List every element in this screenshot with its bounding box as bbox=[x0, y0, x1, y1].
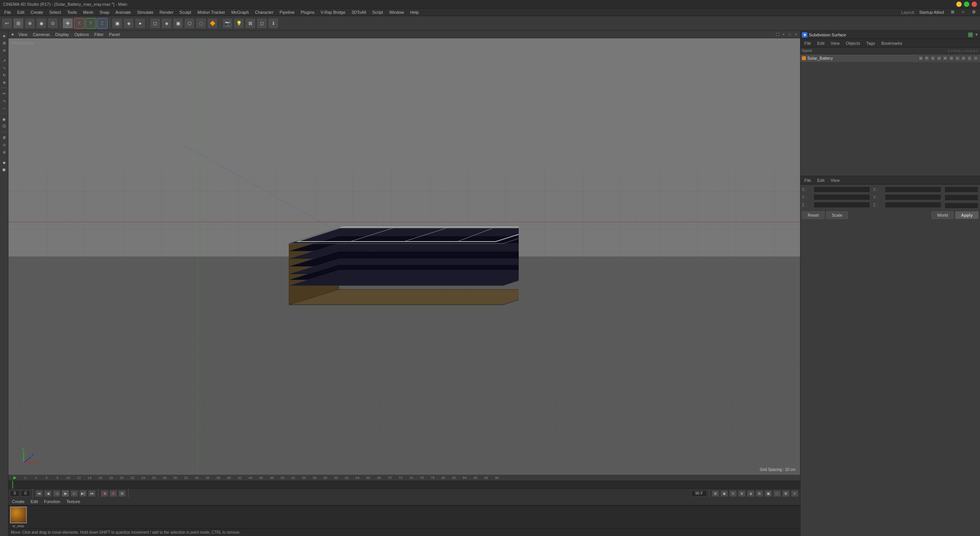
tl-icon10[interactable]: ≡ bbox=[791, 490, 799, 497]
menu-motion-tracker[interactable]: Motion Tracker bbox=[194, 9, 228, 15]
obj-icon-d[interactable]: D bbox=[961, 56, 966, 61]
mat-menu-texture[interactable]: Texture bbox=[64, 498, 82, 505]
go-to-start-button[interactable]: ⏮ bbox=[35, 490, 43, 497]
tl-icon6[interactable]: ⊛ bbox=[756, 490, 763, 497]
attr-y2-input[interactable] bbox=[885, 194, 941, 200]
move-tool[interactable]: ✛ bbox=[62, 18, 73, 29]
left-tool-texture[interactable]: ⊙ bbox=[1, 141, 8, 148]
vp-menu-panel[interactable]: Panel bbox=[107, 31, 122, 38]
left-tool-uv[interactable]: ⊛ bbox=[1, 149, 8, 155]
attr-z2-input[interactable] bbox=[885, 202, 941, 208]
layout-grid-icon[interactable]: ⊞ bbox=[948, 9, 957, 15]
key-all-button[interactable]: ⊞ bbox=[118, 490, 126, 497]
tl-icon5[interactable]: ◈ bbox=[747, 490, 755, 497]
apply-button[interactable]: Apply bbox=[955, 211, 978, 219]
viewport-shading-2[interactable]: ◈ bbox=[161, 18, 172, 29]
left-tool-spline[interactable]: ⌓ bbox=[1, 105, 8, 111]
menu-script[interactable]: Script bbox=[369, 9, 385, 15]
vp-menu-view[interactable]: View bbox=[16, 31, 30, 38]
attr-y-input[interactable] bbox=[813, 194, 870, 200]
record-button[interactable]: ● bbox=[135, 18, 145, 29]
obj-icon-x[interactable]: X bbox=[973, 56, 978, 61]
left-tool-pen[interactable]: ✏ bbox=[1, 90, 8, 97]
left-tool-3[interactable]: ≋ bbox=[1, 47, 8, 54]
scale-button[interactable]: Scale bbox=[826, 211, 848, 219]
left-tool-1[interactable]: ◈ bbox=[1, 32, 8, 39]
obj-tab-bookmarks[interactable]: Bookmarks bbox=[879, 40, 905, 46]
vp-lock-icon[interactable]: ■ bbox=[10, 32, 15, 37]
object-mode-button[interactable]: ⊞ bbox=[13, 18, 24, 29]
left-tool-4[interactable]: ↗ bbox=[1, 57, 8, 64]
viewport-shading-5[interactable]: ◌ bbox=[196, 18, 206, 29]
light-button[interactable]: 💡 bbox=[234, 18, 244, 29]
menu-tools[interactable]: Tools bbox=[64, 9, 80, 15]
menu-render[interactable]: Render bbox=[157, 9, 176, 15]
reset-button[interactable]: Reset bbox=[802, 211, 825, 219]
layout-star-icon[interactable]: ☆ bbox=[959, 9, 968, 15]
obj-icon-s[interactable]: ⊞ bbox=[918, 56, 923, 61]
camera-button[interactable]: 📷 bbox=[222, 18, 233, 29]
y-axis-button[interactable]: Y bbox=[85, 18, 96, 29]
menu-window[interactable]: Window bbox=[386, 9, 407, 15]
vp-maximize-icon[interactable]: □ bbox=[787, 32, 792, 37]
menu-file[interactable]: File bbox=[2, 9, 14, 15]
vp-expand-icon[interactable]: ⛶ bbox=[775, 32, 780, 37]
current-frame-input[interactable] bbox=[21, 490, 30, 497]
obj-tab-edit[interactable]: Edit bbox=[815, 40, 827, 46]
attr-p-input[interactable] bbox=[944, 194, 978, 201]
tl-icon8[interactable]: ◌ bbox=[773, 490, 781, 497]
next-frame-button[interactable]: ▶| bbox=[79, 490, 87, 497]
record-button-tl[interactable]: ⏺ bbox=[101, 490, 108, 497]
obj-icon-v[interactable]: 👁 bbox=[924, 56, 929, 61]
vp-menu-cameras[interactable]: Cameras bbox=[31, 31, 52, 38]
obj-tab-file[interactable]: File bbox=[802, 40, 813, 46]
menu-edit[interactable]: Edit bbox=[15, 9, 27, 15]
obj-tab-objects[interactable]: Objects bbox=[843, 40, 862, 46]
attr-x-input[interactable] bbox=[813, 186, 870, 193]
start-frame-input[interactable] bbox=[10, 490, 20, 497]
menu-3dtoall[interactable]: 3DToAll bbox=[349, 9, 369, 15]
obj-icon-l[interactable]: ▼ bbox=[942, 56, 948, 61]
left-tool-misc1[interactable]: ◆ bbox=[1, 159, 8, 166]
attr-tab-file[interactable]: File bbox=[802, 177, 813, 183]
layout-settings-icon[interactable]: ⚙ bbox=[969, 9, 978, 15]
play-reverse-button[interactable]: ◁ bbox=[53, 490, 60, 497]
vp-menu-options[interactable]: Options bbox=[72, 31, 91, 38]
menu-animate[interactable]: Animate bbox=[113, 9, 134, 15]
tl-icon7[interactable]: ▣ bbox=[764, 490, 772, 497]
left-tool-paint[interactable]: ≣ bbox=[1, 134, 8, 141]
auto-key-button[interactable]: ⊕ bbox=[109, 490, 117, 497]
menu-snap[interactable]: Snap bbox=[97, 9, 112, 15]
menu-plugins[interactable]: Plugins bbox=[298, 9, 317, 15]
vp-menu-display[interactable]: Display bbox=[53, 31, 71, 38]
left-tool-6[interactable]: ↻ bbox=[1, 72, 8, 78]
display-button[interactable]: ◻ bbox=[256, 18, 267, 29]
undo-button[interactable]: ↩ bbox=[2, 18, 12, 29]
obj-tab-view[interactable]: View bbox=[828, 40, 842, 46]
vp-close-icon[interactable]: × bbox=[793, 32, 799, 37]
menu-mesh[interactable]: Mesh bbox=[80, 9, 96, 15]
go-to-end-button[interactable]: ⏭ bbox=[88, 490, 96, 497]
viewport-shading-6[interactable]: 🔶 bbox=[207, 18, 218, 29]
menu-pipeline[interactable]: Pipeline bbox=[277, 9, 297, 15]
prev-frame-button[interactable]: ◀ bbox=[44, 490, 52, 497]
tl-icon1[interactable]: ⊞ bbox=[712, 490, 719, 497]
tl-icon2[interactable]: ◉ bbox=[720, 490, 728, 497]
attr-tab-view[interactable]: View bbox=[828, 177, 842, 183]
timeline-button[interactable]: ▣ bbox=[112, 18, 122, 29]
play-forward-button[interactable]: ▷ bbox=[70, 490, 78, 497]
menu-vray-bridge[interactable]: V-Ray Bridge bbox=[318, 9, 348, 15]
close-button[interactable] bbox=[972, 2, 977, 7]
obj-icon-e[interactable]: E bbox=[967, 56, 972, 61]
viewport-shading-3[interactable]: ▣ bbox=[173, 18, 183, 29]
left-tool-sculpt2[interactable]: Ⓢ bbox=[1, 123, 8, 130]
left-tool-sculpt1[interactable]: ◉ bbox=[1, 116, 8, 123]
attr-b-input[interactable] bbox=[944, 203, 978, 209]
menu-simulate[interactable]: Simulate bbox=[134, 9, 156, 15]
tl-icon4[interactable]: ⊕ bbox=[738, 490, 746, 497]
attr-z-input[interactable] bbox=[813, 202, 870, 208]
render-view-button[interactable]: ⊙ bbox=[47, 18, 58, 29]
fps-input[interactable] bbox=[691, 490, 707, 497]
left-tool-curve[interactable]: ∿ bbox=[1, 97, 8, 104]
keyframe-button[interactable]: ◈ bbox=[123, 18, 134, 29]
